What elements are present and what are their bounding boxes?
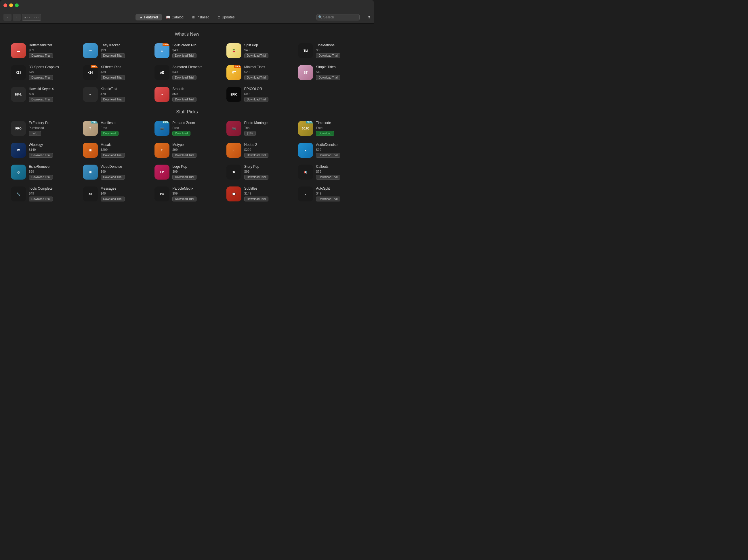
back-button[interactable]: ‹ xyxy=(3,14,11,21)
app-price: $149 xyxy=(244,192,291,195)
search-icon: 🔍 xyxy=(318,15,322,19)
download-trial-button[interactable]: Download Trial xyxy=(244,75,268,80)
tab-updates[interactable]: ⊙Updates xyxy=(213,14,239,20)
minimize-button[interactable] xyxy=(9,3,13,7)
app-name: BetterStabilizer xyxy=(29,43,76,48)
app-icon: T. xyxy=(155,143,169,158)
download-trial-button[interactable]: Download Trial xyxy=(172,97,196,102)
app-price: Free xyxy=(316,126,363,130)
app-grid: ▬BetterStabilizer$99Download Trial•••Eas… xyxy=(9,41,365,104)
tab-featured[interactable]: ★Featured xyxy=(136,14,162,20)
app-price: $49 xyxy=(316,192,363,195)
app-info: SplitScreen Pro$49Download Trial xyxy=(172,43,219,58)
price-button[interactable]: $199 xyxy=(244,131,256,136)
download-trial-button[interactable]: Download Trial xyxy=(172,53,196,58)
app-name: EPICOLOR xyxy=(244,87,291,92)
titlebar xyxy=(0,0,374,11)
download-trial-button[interactable]: Download Trial xyxy=(316,75,340,80)
download-trial-button[interactable]: Download Trial xyxy=(316,196,340,202)
app-info: Nodes 2$299Download Trial xyxy=(244,143,291,158)
app-price: $99 xyxy=(29,92,76,96)
download-trial-button[interactable]: Download Trial xyxy=(316,175,340,180)
app-name: Manifesto xyxy=(101,121,148,125)
app-icon: X14SALE xyxy=(83,65,98,80)
app-info: Minimal Titles$29Download Trial xyxy=(244,65,291,80)
download-trial-button[interactable]: Download Trial xyxy=(29,153,53,158)
app-info: Wipology$149Download Trial xyxy=(29,143,76,158)
list-item: PROFxFactory ProPurchasedInfo xyxy=(9,119,78,138)
download-trial-button[interactable]: Download Trial xyxy=(101,153,125,158)
app-info: Animated Elements$49Download Trial xyxy=(172,65,219,80)
app-info: Tools Complete$49Download Trial xyxy=(29,186,76,202)
forward-button[interactable]: › xyxy=(13,14,21,21)
app-name: Minimal Titles xyxy=(244,65,291,70)
app-price: $79 xyxy=(316,170,363,173)
download-button[interactable]: Download xyxy=(316,131,334,136)
address-bar[interactable]: ■ · · · · · · · xyxy=(22,14,41,21)
app-icon: AE xyxy=(155,65,169,80)
app-icon: 💬 xyxy=(227,186,241,202)
app-price: $49 xyxy=(29,192,76,195)
list-item: EPICEPICOLOR$99Download Trial xyxy=(224,85,294,104)
download-trial-button[interactable]: Download Trial xyxy=(244,153,268,158)
download-trial-button[interactable]: Download Trial xyxy=(101,196,125,202)
app-info: EchoRemover$99Download Trial xyxy=(29,165,76,180)
download-trial-button[interactable]: Download Trial xyxy=(172,175,196,180)
download-button[interactable]: Download xyxy=(101,131,119,136)
app-price: $49 xyxy=(316,70,363,74)
download-trial-button[interactable]: Download Trial xyxy=(29,97,53,102)
download-trial-button[interactable]: Download Trial xyxy=(244,175,268,180)
search-input[interactable] xyxy=(317,14,359,20)
close-button[interactable] xyxy=(3,3,7,7)
list-item: 🔧Tools Complete$49Download Trial xyxy=(9,184,78,204)
app-info: Subtitles$149Download Trial xyxy=(244,186,291,202)
list-item: LPLogo Pop$99Download Trial xyxy=(152,162,222,182)
app-name: Animated Elements xyxy=(172,65,219,70)
app-info: 3D Sports Graphics$49Download Trial xyxy=(29,65,76,80)
download-trial-button[interactable]: Download Trial xyxy=(172,196,196,202)
app-icon: ••• xyxy=(83,43,98,58)
download-trial-button[interactable]: Download Trial xyxy=(172,153,196,158)
download-trial-button[interactable]: Download Trial xyxy=(29,175,53,180)
maximize-button[interactable] xyxy=(15,3,19,7)
download-trial-button[interactable]: Download Trial xyxy=(101,53,125,58)
download-trial-button[interactable]: Download Trial xyxy=(101,97,125,102)
app-price: $49 xyxy=(172,48,219,52)
download-trial-button[interactable]: Download Trial xyxy=(244,53,268,58)
app-icon: TM xyxy=(298,43,313,58)
download-trial-button[interactable]: Download Trial xyxy=(29,196,53,202)
list-item: ≡KineticText$79Download Trial xyxy=(80,85,150,104)
download-trial-button[interactable]: Download Trial xyxy=(316,53,340,58)
app-info: FxFactory ProPurchasedInfo xyxy=(29,121,76,136)
app-info: Logo Pop$99Download Trial xyxy=(172,165,219,180)
download-trial-button[interactable]: Download Trial xyxy=(101,175,125,180)
app-icon: X8 xyxy=(83,186,98,202)
app-info: BetterStabilizer$99Download Trial xyxy=(29,43,76,58)
list-item: X8Messages$49Download Trial xyxy=(80,184,150,204)
app-price: $99 xyxy=(172,170,219,173)
app-name: KineticText xyxy=(101,87,148,92)
app-name: Split Pop xyxy=(244,43,291,48)
download-trial-button[interactable]: Download Trial xyxy=(244,196,268,202)
app-price: $49 xyxy=(101,192,148,195)
download-trial-button[interactable]: Download Trial xyxy=(316,153,340,158)
list-item: MTSALEMinimal Titles$29Download Trial xyxy=(224,63,294,82)
app-name: VideoDenoise xyxy=(101,165,148,169)
app-info: Messages$49Download Trial xyxy=(101,186,148,202)
tab-installed[interactable]: 🖥Installed xyxy=(188,14,213,20)
info-button[interactable]: Info xyxy=(29,131,41,136)
list-item: ◎EchoRemover$99Download Trial xyxy=(9,162,78,182)
tab-catalog[interactable]: 📖Catalog xyxy=(162,14,188,20)
download-trial-button[interactable]: Download Trial xyxy=(172,75,196,80)
list-item: ⊞SALESplitScreen Pro$49Download Trial xyxy=(152,41,222,61)
list-item: WWipology$149Download Trial xyxy=(9,140,78,160)
download-trial-button[interactable]: Download Trial xyxy=(29,53,53,58)
app-name: EchoRemover xyxy=(29,165,76,169)
app-info: Smooth$59Download Trial xyxy=(172,87,219,102)
download-trial-button[interactable]: Download Trial xyxy=(244,97,268,102)
toolbar-action[interactable]: ⬆ xyxy=(368,15,371,19)
app-info: Simple Titles$49Download Trial xyxy=(316,65,363,80)
download-button[interactable]: Download xyxy=(172,131,190,136)
download-trial-button[interactable]: Download Trial xyxy=(101,75,125,80)
download-trial-button[interactable]: Download Trial xyxy=(29,75,53,80)
